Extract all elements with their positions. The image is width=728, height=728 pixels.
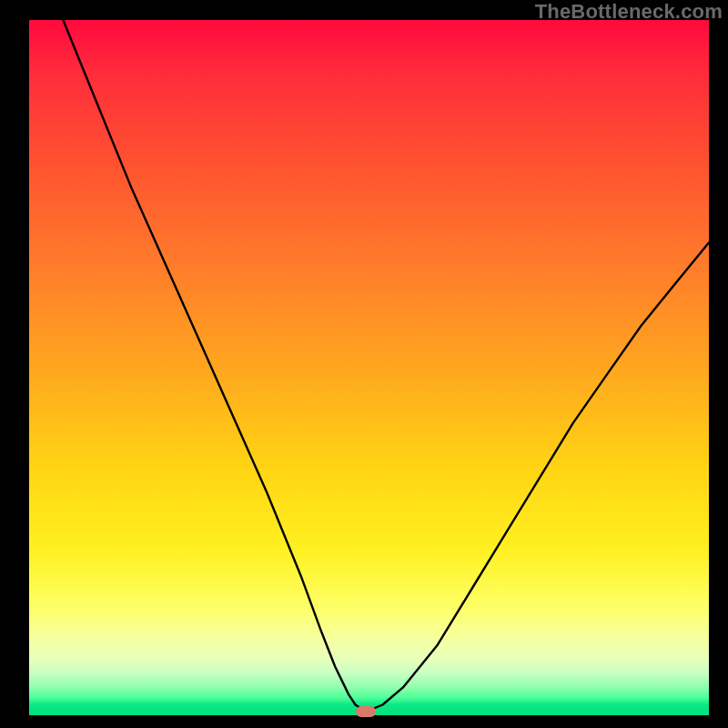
minimum-marker [356,706,376,717]
plot-area [29,20,709,715]
bottleneck-curve [29,20,709,715]
chart-frame: TheBottleneck.com [0,0,728,728]
